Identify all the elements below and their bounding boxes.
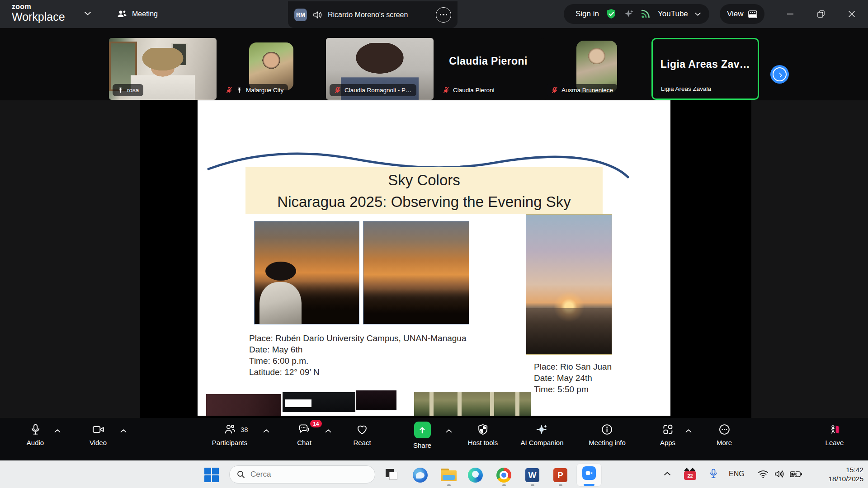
treeline-silhouette	[363, 289, 469, 324]
chat-icon	[298, 423, 311, 436]
filmstrip-next-page-button[interactable]	[770, 65, 789, 84]
nameplate: Claudia Pieroni	[438, 84, 499, 96]
host-tools-button[interactable]: Host tools	[468, 423, 498, 446]
file-explorer-icon[interactable]	[441, 469, 457, 481]
apps-options-chevron[interactable]	[685, 428, 692, 433]
audio-button[interactable]: Audio	[27, 423, 44, 446]
meeting-toolbar: Audio Video Participants 38 Chat 14 Reac…	[0, 418, 868, 460]
chrome-browser-icon[interactable]	[496, 468, 511, 483]
audio-options-chevron[interactable]	[54, 428, 61, 433]
statue-silhouette	[257, 260, 305, 324]
presentation-slide: Sky Colors Nicaragua 2025: Observing the…	[198, 100, 670, 416]
view-button[interactable]: View	[720, 4, 764, 24]
apps-button[interactable]: Apps	[660, 423, 675, 446]
latitude-line: Latitude: 12° 09’ N	[249, 366, 466, 378]
muted-mic-icon	[334, 87, 341, 94]
participants-options-chevron[interactable]	[263, 428, 270, 433]
meeting-info-button[interactable]: Meeting info	[589, 423, 626, 446]
start-button[interactable]	[204, 468, 219, 482]
wifi-icon[interactable]	[758, 469, 769, 479]
participant-tile-ausma-bruneniece[interactable]: Ausma Bruneniece	[543, 38, 651, 100]
running-indicator	[531, 484, 534, 486]
sign-in-button[interactable]: Sign in	[576, 9, 599, 19]
chat-button[interactable]: Chat	[297, 423, 311, 446]
water-reflection	[526, 308, 612, 354]
tray-clock[interactable]: 15:42 18/10/2025	[828, 465, 863, 483]
share-button[interactable]: Share	[413, 423, 431, 449]
tray-hidden-icons-chevron[interactable]	[664, 471, 671, 476]
observation-details-right: Place: Rio San Juan Date: May 24th Time:…	[534, 361, 612, 395]
nameplate: Ausma Bruneniece	[547, 84, 618, 96]
youtube-chevron-down-icon[interactable]	[694, 12, 701, 17]
taskbar-search[interactable]	[229, 465, 375, 483]
video-button[interactable]: Video	[90, 423, 107, 446]
tray-microphone-in-use-icon[interactable]	[708, 468, 719, 479]
participant-tile-rosa[interactable]: rosa	[109, 38, 217, 100]
ai-companion-sparkle-icon	[536, 423, 548, 436]
running-indicator	[502, 484, 506, 486]
search-icon	[237, 470, 245, 479]
zoom-app-icon[interactable]	[582, 466, 596, 480]
place-line: Place: Rio San Juan	[534, 361, 612, 372]
date: 18/10/2025	[828, 474, 863, 483]
sunset-photo-rio-san-juan	[526, 214, 612, 355]
thunderbird-icon[interactable]	[413, 468, 428, 483]
tray-calendar-badge[interactable]: 22	[684, 471, 696, 480]
place-line: Place: Rubén Darío University Campus, UN…	[249, 333, 466, 344]
pin-icon	[236, 87, 243, 94]
muted-mic-icon	[443, 87, 450, 94]
word-icon[interactable]: W	[525, 468, 539, 482]
minimize-button[interactable]	[780, 6, 801, 22]
zoom-meeting-window: zoom Workplace Meeting RM Ricardo Moreno…	[0, 0, 868, 488]
powerpoint-icon[interactable]: P	[553, 468, 567, 482]
share-options-chevron[interactable]	[446, 428, 453, 433]
tab-shared-screen[interactable]: RM Ricardo Moreno's screen	[288, 1, 458, 28]
participant-tile-malargue-city[interactable]: Malargue City	[217, 38, 325, 100]
partial-photo-2	[283, 392, 355, 412]
live-stream-icon	[641, 9, 651, 19]
task-view-icon-front[interactable]	[389, 472, 397, 480]
participant-name: Claudia Romagnoli - P…	[344, 87, 412, 94]
workspace-chevron-down-icon[interactable]	[84, 11, 91, 16]
chevron-right-icon	[777, 72, 783, 77]
search-input[interactable]	[250, 470, 359, 479]
slide-title-line1: Sky Colors	[245, 169, 603, 191]
sunset-photo-clouds	[363, 221, 469, 324]
participant-tile-claudia-pieroni[interactable]: Claudia Pieroni Claudia Pieroni	[434, 38, 542, 100]
meeting-tab-label: Meeting	[132, 10, 158, 18]
participants-icon	[117, 9, 127, 19]
battery-charging-icon[interactable]	[789, 469, 803, 479]
shared-screen-backdrop: Sky Colors Nicaragua 2025: Observing the…	[140, 100, 751, 418]
react-button[interactable]: React	[353, 423, 371, 446]
language-indicator[interactable]: ENG	[729, 470, 745, 478]
nameplate: rosa	[113, 84, 143, 96]
participant-display-name: Ligia Areas Zav…	[653, 58, 758, 70]
chat-options-chevron[interactable]	[325, 428, 332, 433]
ai-companion-button[interactable]: AI Companion	[520, 423, 563, 446]
video-options-chevron[interactable]	[120, 428, 127, 433]
running-indicator	[447, 484, 451, 486]
participant-tile-claudia-romagnoli[interactable]: Claudia Romagnoli - P…	[326, 38, 434, 100]
shared-screen-area: Sky Colors Nicaragua 2025: Observing the…	[0, 100, 868, 418]
time-line: Time: 6:00 p.m.	[249, 355, 466, 366]
participants-count: 38	[241, 426, 248, 433]
edge-browser-icon[interactable]	[468, 468, 483, 483]
nameplate: Malargue City	[221, 84, 288, 96]
windows-taskbar: W P 22 ENG 15:42 18/10/2025	[0, 460, 868, 488]
ai-sparkle-icon[interactable]	[623, 9, 634, 19]
leave-button[interactable]: Leave	[826, 423, 844, 446]
tab-more-options-button[interactable]	[436, 7, 451, 23]
youtube-live-label[interactable]: YouTube	[658, 9, 688, 19]
audio-playing-icon	[312, 10, 322, 19]
volume-icon[interactable]	[774, 469, 785, 479]
running-indicator	[559, 484, 562, 486]
logo-workplace-text: Workplace	[12, 11, 65, 23]
more-button[interactable]: More	[717, 423, 732, 446]
participant-tile-ligia-areas-zavala-active-speaker[interactable]: Ligia Areas Zav… Ligia Areas Zavala	[651, 38, 759, 100]
heart-icon	[356, 423, 368, 436]
titlebar: zoom Workplace Meeting RM Ricardo Moreno…	[0, 0, 868, 28]
restore-button[interactable]	[811, 6, 831, 22]
tab-meeting[interactable]: Meeting	[117, 6, 158, 22]
close-button[interactable]	[841, 6, 862, 22]
security-shield-icon[interactable]	[605, 8, 617, 20]
